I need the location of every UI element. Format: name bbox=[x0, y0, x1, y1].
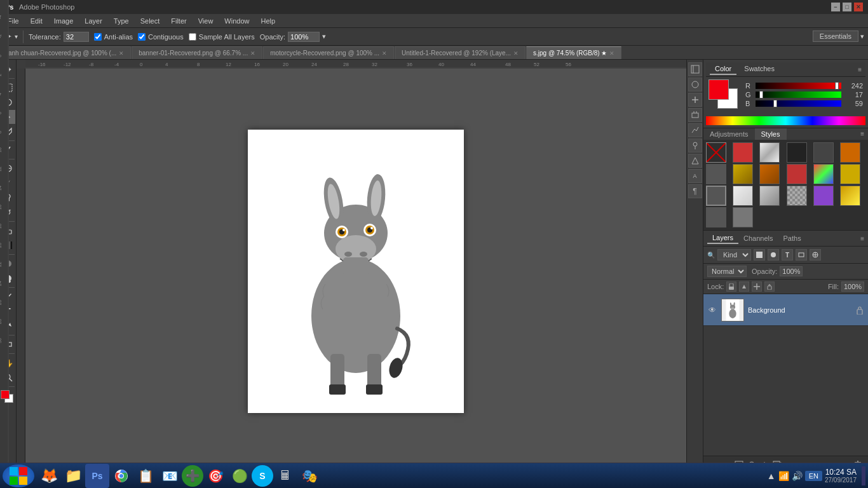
opacity-input[interactable] bbox=[288, 32, 320, 42]
menu-select[interactable]: Select bbox=[135, 16, 165, 26]
minimize-button[interactable]: − bbox=[831, 3, 840, 11]
tab-motorcycle[interactable]: motorcycle-Recovered.png @ 100% ... ✕ bbox=[263, 46, 394, 59]
contiguous-checkbox[interactable] bbox=[138, 33, 146, 41]
antialias-checkbox[interactable] bbox=[94, 33, 102, 41]
adj-panel-expand[interactable]: ≡ bbox=[857, 128, 868, 140]
menu-view[interactable]: View bbox=[193, 16, 219, 26]
tolerance-input[interactable] bbox=[64, 32, 89, 42]
essentials-arrow[interactable]: ▾ bbox=[860, 32, 864, 40]
foreground-color-swatch[interactable] bbox=[709, 79, 729, 100]
sample-all-checkbox[interactable] bbox=[189, 33, 196, 41]
style-dark[interactable] bbox=[813, 142, 834, 163]
style-gray3[interactable] bbox=[706, 207, 726, 227]
tab-banner[interactable]: banner-01-Recovered.png @ 66.7% ... ✕ bbox=[132, 46, 262, 59]
vert-icon-1[interactable] bbox=[688, 62, 702, 76]
layers-filter-adjust[interactable] bbox=[768, 249, 779, 261]
menu-filter[interactable]: Filter bbox=[166, 16, 191, 26]
layers-panel-expand[interactable]: ≡ bbox=[860, 235, 864, 242]
color-spectrum[interactable] bbox=[706, 116, 865, 125]
vert-icon-5[interactable] bbox=[688, 123, 702, 137]
taskbar-app9[interactable]: 🟢 bbox=[227, 464, 252, 488]
taskbar-app12[interactable]: 🎭 bbox=[297, 464, 322, 488]
tab-anh-chuan[interactable]: anh chuan-Recovered.jpg @ 100% (... ✕ bbox=[1, 46, 131, 59]
maximize-button[interactable]: □ bbox=[843, 3, 851, 11]
menu-edit[interactable]: Edit bbox=[25, 16, 48, 26]
swatches-tab[interactable]: Swatches bbox=[739, 64, 780, 75]
style-gold2[interactable] bbox=[840, 186, 860, 206]
taskbar-photoshop[interactable]: Ps bbox=[85, 464, 109, 488]
channels-tab[interactable]: Channels bbox=[738, 233, 778, 243]
close-button[interactable]: ✕ bbox=[854, 3, 863, 11]
layers-filter-type[interactable]: T bbox=[782, 249, 793, 261]
blend-mode-select[interactable]: Normal bbox=[707, 266, 747, 277]
style-checker[interactable] bbox=[787, 186, 807, 206]
color-tab[interactable]: Color bbox=[710, 64, 736, 75]
style-silver2[interactable] bbox=[733, 186, 753, 206]
style-gray4[interactable] bbox=[733, 207, 753, 227]
start-button[interactable] bbox=[3, 464, 34, 487]
taskbar-app8[interactable]: 🎯 bbox=[203, 464, 227, 488]
canvas-area[interactable] bbox=[25, 69, 686, 474]
style-gray2[interactable] bbox=[706, 164, 726, 184]
vert-icon-7[interactable] bbox=[688, 154, 702, 168]
tab-close-5[interactable]: ✕ bbox=[609, 50, 614, 57]
vert-icon-8[interactable]: A bbox=[688, 169, 702, 183]
taskbar-explorer[interactable]: 📁 bbox=[61, 464, 85, 488]
lock-pixels-btn[interactable] bbox=[739, 281, 749, 292]
language-btn[interactable]: EN bbox=[805, 471, 822, 481]
style-yellow[interactable] bbox=[840, 164, 860, 184]
taskbar-calculator[interactable]: 🖩 bbox=[273, 464, 297, 488]
style-black[interactable] bbox=[787, 142, 807, 163]
vert-icon-3[interactable] bbox=[688, 93, 702, 107]
vert-icon-9[interactable]: ¶ bbox=[688, 184, 702, 198]
style-colorful[interactable] bbox=[813, 164, 834, 184]
tab-s-jpg[interactable]: s.jpg @ 74.5% (RGB/8) ★ ✕ bbox=[526, 46, 621, 59]
opacity-value[interactable] bbox=[780, 266, 803, 276]
tab-close-4[interactable]: ✕ bbox=[513, 50, 519, 57]
vert-icon-2[interactable] bbox=[688, 78, 702, 92]
layers-filter-pixel[interactable] bbox=[754, 249, 765, 261]
red-slider[interactable] bbox=[756, 83, 841, 89]
style-border-gray[interactable] bbox=[706, 186, 726, 206]
vert-icon-4[interactable] bbox=[688, 108, 702, 122]
green-slider[interactable] bbox=[756, 92, 841, 98]
taskbar-arrow-up[interactable]: ▲ bbox=[767, 471, 776, 481]
style-gold[interactable] bbox=[733, 164, 753, 184]
taskbar-skype[interactable]: S bbox=[252, 465, 273, 487]
style-red2[interactable] bbox=[787, 164, 807, 184]
style-silver3[interactable] bbox=[759, 186, 780, 206]
layers-filter-shape[interactable] bbox=[796, 249, 807, 261]
styles-tab[interactable]: Styles bbox=[755, 128, 787, 140]
paths-tab[interactable]: Paths bbox=[778, 233, 806, 243]
taskbar-network[interactable]: 📶 bbox=[778, 471, 789, 481]
menu-layer[interactable]: Layer bbox=[79, 16, 107, 26]
tab-untitled[interactable]: Untitled-1-Recovered @ 192% (Laye... ✕ bbox=[395, 46, 526, 59]
style-red[interactable] bbox=[733, 142, 753, 163]
fg-color-swatch[interactable] bbox=[1, 390, 10, 399]
style-silver[interactable] bbox=[759, 142, 780, 163]
tab-close-1[interactable]: ✕ bbox=[119, 50, 124, 57]
menu-help[interactable]: Help bbox=[255, 16, 280, 26]
taskbar-app5[interactable]: 📋 bbox=[133, 464, 158, 488]
menu-type[interactable]: Type bbox=[109, 16, 134, 26]
taskbar-volume[interactable]: 🔊 bbox=[792, 471, 803, 481]
blue-slider[interactable] bbox=[756, 100, 841, 107]
layer-background[interactable]: 👁 Background bbox=[703, 294, 868, 326]
time-display[interactable]: 10:24 SA 27/09/2017 bbox=[825, 468, 857, 484]
taskbar-outlook[interactable]: 📧 bbox=[158, 464, 182, 488]
color-panel-expand[interactable]: ≡ bbox=[858, 66, 862, 73]
taskbar-firefox[interactable]: 🦊 bbox=[37, 464, 61, 488]
layers-tab[interactable]: Layers bbox=[707, 233, 738, 244]
style-orange[interactable] bbox=[840, 142, 860, 163]
layers-filter-smart[interactable] bbox=[810, 249, 821, 261]
menu-window[interactable]: Window bbox=[219, 16, 254, 26]
lock-position-btn[interactable] bbox=[752, 281, 762, 292]
tab-close-2[interactable]: ✕ bbox=[250, 50, 255, 57]
opacity-dropdown[interactable]: ▾ bbox=[322, 32, 326, 41]
style-none[interactable] bbox=[706, 142, 726, 163]
lock-transparent-btn[interactable] bbox=[726, 281, 736, 292]
show-desktop-btn[interactable] bbox=[862, 466, 865, 485]
style-bronze[interactable] bbox=[759, 164, 780, 184]
taskbar-app7[interactable]: ➕ bbox=[182, 465, 203, 487]
lock-all-btn[interactable] bbox=[764, 281, 775, 292]
